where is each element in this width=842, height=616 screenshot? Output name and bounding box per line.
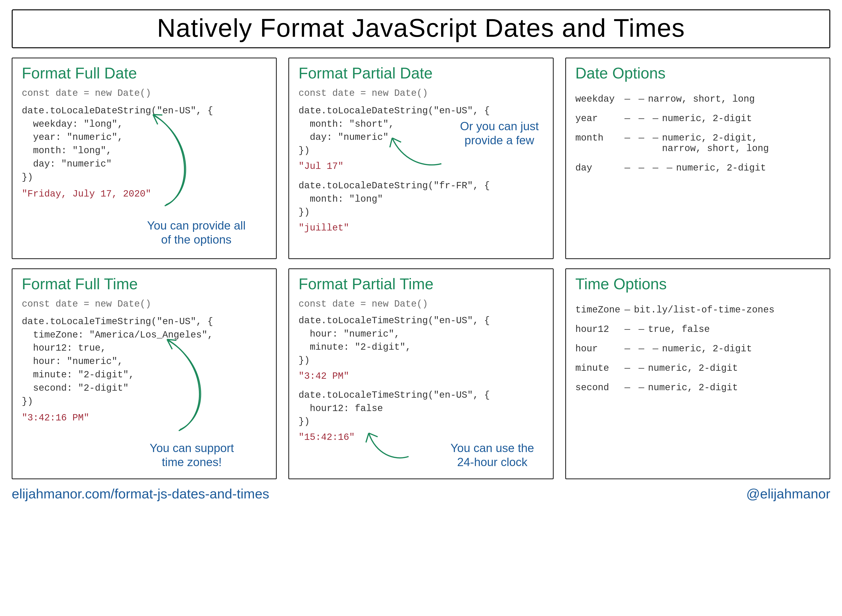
option-values: bit.ly/list-of-time-zones (634, 305, 820, 315)
time-option-row: second — — numeric, 2-digit (575, 383, 820, 393)
code-full-date: date.toLocaleDateString("en-US", { weekd… (22, 104, 267, 184)
code-partial-time-1: date.toLocaleTimeString("en-US", { hour:… (298, 314, 543, 368)
code-decl: const date = new Date() (22, 87, 267, 100)
panel-date-options: Date Options weekday — — narrow, short, … (565, 58, 830, 259)
option-values: numeric, 2-digit (662, 343, 820, 354)
option-dash: — — (625, 383, 646, 393)
panel-partial-time: Format Partial Time const date = new Dat… (288, 268, 553, 479)
title-banner: Natively Format JavaScript Dates and Tim… (12, 9, 830, 48)
option-dash: — (625, 305, 632, 315)
heading-full-time: Format Full Time (22, 276, 267, 292)
option-values: true, false (648, 324, 820, 335)
option-dash: — — — (625, 343, 660, 354)
note-full-time: You can support time zones! (150, 441, 234, 469)
date-option-row: weekday — — narrow, short, long (575, 94, 820, 104)
heading-date-options: Date Options (575, 65, 820, 81)
date-option-row: day — — — — numeric, 2-digit (575, 163, 820, 173)
option-values: numeric, 2-digit (648, 383, 820, 393)
code-decl: const date = new Date() (22, 298, 267, 311)
option-key: day (575, 163, 622, 173)
date-option-row: year — — — numeric, 2-digit (575, 113, 820, 124)
page-title: Natively Format JavaScript Dates and Tim… (13, 15, 829, 41)
time-option-row: timeZone — bit.ly/list-of-time-zones (575, 305, 820, 315)
option-values: narrow, short, long (648, 94, 820, 104)
output-full-time: "3:42:16 PM" (22, 412, 267, 425)
option-values: numeric, 2-digit, narrow, short, long (662, 133, 820, 154)
option-values: numeric, 2-digit (662, 113, 820, 124)
note-partial-date: Or you can just provide a few (460, 119, 538, 147)
option-values: numeric, 2-digit (676, 163, 820, 173)
option-dash: — — — (625, 113, 660, 124)
option-dash: — — (625, 94, 646, 104)
footer-handle: @elijahmanor (746, 486, 830, 502)
option-key: weekday (575, 94, 622, 104)
option-key: hour (575, 343, 622, 354)
time-option-row: hour12 — — true, false (575, 324, 820, 335)
note-full-date: You can provide all of the options (147, 219, 246, 246)
output-full-date: "Friday, July 17, 2020" (22, 188, 267, 201)
heading-time-options: Time Options (575, 276, 820, 292)
option-key: month (575, 133, 622, 143)
option-key: hour12 (575, 324, 622, 335)
time-option-row: minute — — numeric, 2-digit (575, 363, 820, 374)
code-partial-date-2: date.toLocaleDateString("fr-FR", { month… (298, 179, 543, 219)
time-option-row: hour — — — numeric, 2-digit (575, 343, 820, 354)
panel-grid: Format Full Date const date = new Date()… (12, 58, 830, 479)
panel-full-date: Format Full Date const date = new Date()… (12, 58, 277, 259)
output-partial-date-1: "Jul 17" (298, 160, 543, 173)
panel-partial-date: Format Partial Date const date = new Dat… (288, 58, 553, 259)
date-option-row: month — — — numeric, 2-digit, narrow, sh… (575, 133, 820, 154)
code-decl: const date = new Date() (298, 87, 543, 100)
option-key: minute (575, 363, 622, 374)
heading-partial-time: Format Partial Time (298, 276, 543, 292)
option-key: timeZone (575, 305, 622, 315)
option-key: year (575, 113, 622, 124)
option-dash: — — (625, 324, 646, 335)
code-decl: const date = new Date() (298, 298, 543, 311)
output-partial-time-1: "3:42 PM" (298, 370, 543, 383)
code-full-time: date.toLocaleTimeString("en-US", { timeZ… (22, 315, 267, 408)
heading-partial-date: Format Partial Date (298, 65, 543, 81)
heading-full-date: Format Full Date (22, 65, 267, 81)
footer: elijahmanor.com/format-js-dates-and-time… (12, 486, 830, 502)
footer-url: elijahmanor.com/format-js-dates-and-time… (12, 486, 269, 502)
panel-full-time: Format Full Time const date = new Date()… (12, 268, 277, 479)
option-values: numeric, 2-digit (648, 363, 820, 374)
panel-time-options: Time Options timeZone — bit.ly/list-of-t… (565, 268, 830, 479)
option-dash: — — (625, 363, 646, 374)
code-partial-time-2: date.toLocaleTimeString("en-US", { hour1… (298, 389, 543, 428)
output-partial-date-2: "juillet" (298, 221, 543, 235)
option-dash: — — — — (625, 163, 674, 173)
option-key: second (575, 383, 622, 393)
option-dash: — — — (625, 133, 660, 143)
note-partial-time: You can use the 24-hour clock (450, 441, 534, 469)
